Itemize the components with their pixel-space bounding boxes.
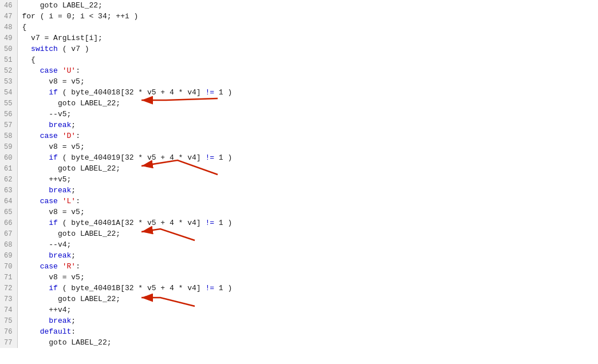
line-number: 52 <box>0 65 17 76</box>
table-row: 66 if ( byte_40401A[32 * v5 + 4 * v4] !=… <box>0 217 598 228</box>
table-row: 59 v8 = v5; <box>0 141 598 152</box>
code-content: { <box>17 22 598 33</box>
line-number: 50 <box>0 43 17 54</box>
table-row: 63 break; <box>0 185 598 196</box>
table-row: 57 break; <box>0 120 598 130</box>
table-row: 68 --v4; <box>0 239 598 250</box>
table-row: 58 case 'D': <box>0 130 598 141</box>
code-content: v8 = v5; <box>17 207 598 217</box>
table-row: 77 goto LABEL_22; <box>0 337 598 348</box>
code-content: goto LABEL_22; <box>17 228 598 239</box>
code-content: case 'D': <box>17 130 598 141</box>
line-number: 51 <box>0 54 17 65</box>
code-content: switch ( v7 ) <box>17 43 598 54</box>
table-row: 69 break; <box>0 250 598 261</box>
table-row: 72 if ( byte_40401B[32 * v5 + 4 * v4] !=… <box>0 283 598 294</box>
code-content: if ( byte_40401B[32 * v5 + 4 * v4] != 1 … <box>17 283 598 294</box>
code-content: case 'U': <box>17 65 598 76</box>
code-content: v8 = v5; <box>17 76 598 87</box>
line-number: 56 <box>0 109 17 120</box>
line-number: 72 <box>0 283 17 294</box>
line-number: 74 <box>0 304 17 315</box>
code-content: goto LABEL_22; <box>17 98 598 109</box>
table-row: 49 v7 = ArgList[i]; <box>0 33 598 43</box>
code-content: break; <box>17 185 598 196</box>
code-content: v8 = v5; <box>17 272 598 283</box>
code-content: break; <box>17 120 598 130</box>
line-number: 57 <box>0 120 17 130</box>
table-row: 60 if ( byte_404019[32 * v5 + 4 * v4] !=… <box>0 152 598 163</box>
line-number: 63 <box>0 185 17 196</box>
line-number: 73 <box>0 294 17 304</box>
line-number: 67 <box>0 228 17 239</box>
table-row: 46 goto LABEL_22; <box>0 0 598 11</box>
table-row: 51 { <box>0 54 598 65</box>
line-number: 53 <box>0 76 17 87</box>
line-number: 68 <box>0 239 17 250</box>
code-container: 46 goto LABEL_22;47for ( i = 0; i < 34; … <box>0 0 598 364</box>
code-content: case 'L': <box>17 196 598 207</box>
code-content: goto LABEL_22; <box>17 0 598 11</box>
line-number: 65 <box>0 207 17 217</box>
table-row: 70 case 'R': <box>0 261 598 272</box>
code-content: ++v5; <box>17 174 598 185</box>
line-number: 58 <box>0 130 17 141</box>
table-row: 55 goto LABEL_22; <box>0 98 598 109</box>
table-row: 62 ++v5; <box>0 174 598 185</box>
code-content: --v5; <box>17 109 598 120</box>
line-number: 69 <box>0 250 17 261</box>
table-row: 65 v8 = v5; <box>0 207 598 217</box>
line-number: 66 <box>0 217 17 228</box>
table-row: 47for ( i = 0; i < 34; ++i ) <box>0 11 598 22</box>
line-number: 61 <box>0 163 17 174</box>
line-number: 46 <box>0 0 17 11</box>
line-number: 62 <box>0 174 17 185</box>
code-content: v7 = ArgList[i]; <box>17 33 598 43</box>
table-row: 73 goto LABEL_22; <box>0 294 598 304</box>
line-number: 59 <box>0 141 17 152</box>
table-row: 50 switch ( v7 ) <box>0 43 598 54</box>
line-number: 76 <box>0 326 17 337</box>
table-row: 48{ <box>0 22 598 33</box>
code-content: case 'R': <box>17 261 598 272</box>
code-content: break; <box>17 315 598 326</box>
line-number: 60 <box>0 152 17 163</box>
table-row: 54 if ( byte_404018[32 * v5 + 4 * v4] !=… <box>0 87 598 98</box>
line-number: 71 <box>0 272 17 283</box>
line-number: 49 <box>0 33 17 43</box>
code-content: { <box>17 54 598 65</box>
table-row: 53 v8 = v5; <box>0 76 598 87</box>
line-number: 64 <box>0 196 17 207</box>
table-row: 76 default: <box>0 326 598 337</box>
line-number: 54 <box>0 87 17 98</box>
table-row: 74 ++v4; <box>0 304 598 315</box>
line-number: 47 <box>0 11 17 22</box>
table-row: 61 goto LABEL_22; <box>0 163 598 174</box>
line-number: 70 <box>0 261 17 272</box>
table-row: 64 case 'L': <box>0 196 598 207</box>
code-table: 46 goto LABEL_22;47for ( i = 0; i < 34; … <box>0 0 598 348</box>
table-row: 56 --v5; <box>0 109 598 120</box>
line-number: 75 <box>0 315 17 326</box>
code-content: goto LABEL_22; <box>17 337 598 348</box>
table-row: 75 break; <box>0 315 598 326</box>
code-content: ++v4; <box>17 304 598 315</box>
code-content: default: <box>17 326 598 337</box>
line-number: 55 <box>0 98 17 109</box>
code-content: goto LABEL_22; <box>17 163 598 174</box>
code-content: --v4; <box>17 239 598 250</box>
code-content: for ( i = 0; i < 34; ++i ) <box>17 11 598 22</box>
code-content: break; <box>17 250 598 261</box>
code-content: if ( byte_404018[32 * v5 + 4 * v4] != 1 … <box>17 87 598 98</box>
code-content: goto LABEL_22; <box>17 294 598 304</box>
table-row: 52 case 'U': <box>0 65 598 76</box>
code-content: if ( byte_40401A[32 * v5 + 4 * v4] != 1 … <box>17 217 598 228</box>
code-content: v8 = v5; <box>17 141 598 152</box>
code-content: if ( byte_404019[32 * v5 + 4 * v4] != 1 … <box>17 152 598 163</box>
line-number: 77 <box>0 337 17 348</box>
table-row: 67 goto LABEL_22; <box>0 228 598 239</box>
line-number: 48 <box>0 22 17 33</box>
table-row: 71 v8 = v5; <box>0 272 598 283</box>
